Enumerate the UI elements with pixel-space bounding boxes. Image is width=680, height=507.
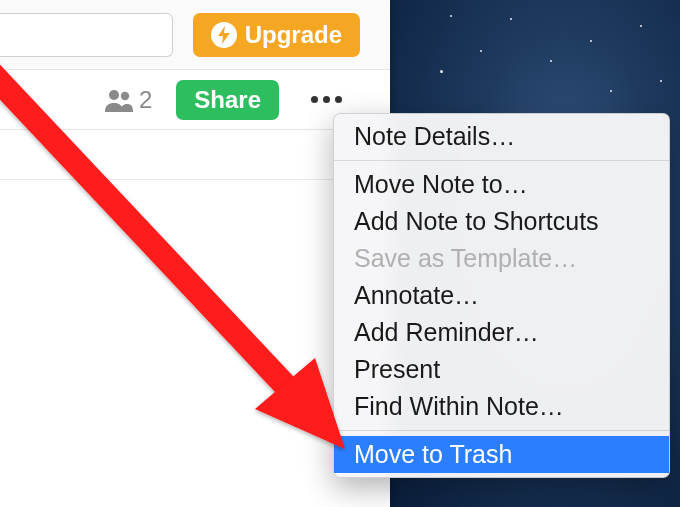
bolt-icon (211, 22, 237, 48)
upgrade-button[interactable]: Upgrade (193, 13, 360, 57)
context-menu: Note Details… Move Note to… Add Note to … (333, 113, 670, 478)
menu-add-shortcuts[interactable]: Add Note to Shortcuts (334, 203, 669, 240)
app-window: Upgrade 2 Share (0, 0, 390, 507)
menu-separator (334, 430, 669, 431)
svg-point-1 (121, 91, 129, 99)
menu-add-reminder[interactable]: Add Reminder… (334, 314, 669, 351)
menu-present[interactable]: Present (334, 351, 669, 388)
menu-find-within[interactable]: Find Within Note… (334, 388, 669, 425)
share-label: Share (194, 86, 261, 113)
people-icon (103, 88, 135, 112)
menu-save-template: Save as Template… (334, 240, 669, 277)
menu-separator (334, 160, 669, 161)
action-bar: 2 Share (0, 70, 390, 130)
menu-annotate[interactable]: Annotate… (334, 277, 669, 314)
menu-move-note-to[interactable]: Move Note to… (334, 166, 669, 203)
note-content-area[interactable] (0, 130, 390, 180)
menu-note-details[interactable]: Note Details… (334, 118, 669, 155)
top-toolbar: Upgrade (0, 0, 390, 70)
more-button[interactable] (303, 88, 350, 111)
upgrade-label: Upgrade (245, 21, 342, 49)
share-count[interactable]: 2 (103, 86, 152, 114)
search-input[interactable] (0, 13, 173, 57)
share-count-value: 2 (139, 86, 152, 114)
more-dots-icon (311, 96, 318, 103)
share-button[interactable]: Share (176, 80, 279, 120)
menu-move-to-trash[interactable]: Move to Trash (334, 436, 669, 473)
svg-point-0 (109, 90, 119, 100)
